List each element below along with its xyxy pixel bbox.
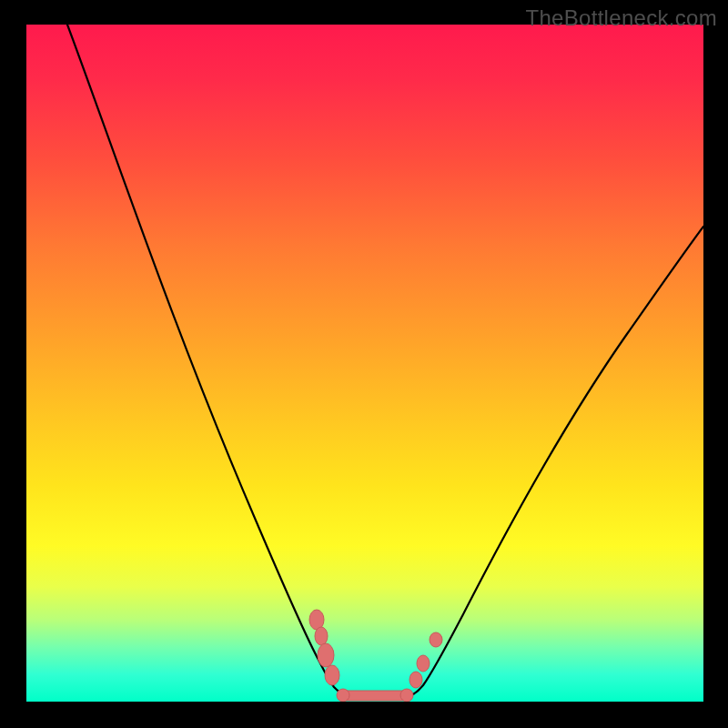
- chart-frame: TheBottleneck.com: [0, 0, 728, 728]
- svg-point-9: [430, 632, 442, 647]
- bottom-marker-band: [337, 689, 413, 702]
- svg-point-8: [417, 655, 430, 672]
- svg-rect-4: [343, 691, 407, 701]
- bottleneck-curve-svg: [26, 25, 703, 702]
- svg-point-1: [315, 627, 328, 645]
- svg-point-7: [410, 672, 422, 688]
- bottleneck-curve: [67, 25, 703, 698]
- watermark-text: TheBottleneck.com: [525, 5, 717, 31]
- svg-point-2: [318, 643, 334, 667]
- left-marker-cluster: [309, 610, 339, 685]
- svg-point-3: [325, 665, 339, 685]
- svg-point-6: [400, 689, 413, 702]
- chart-plot-area: [26, 25, 703, 702]
- svg-point-5: [337, 689, 349, 702]
